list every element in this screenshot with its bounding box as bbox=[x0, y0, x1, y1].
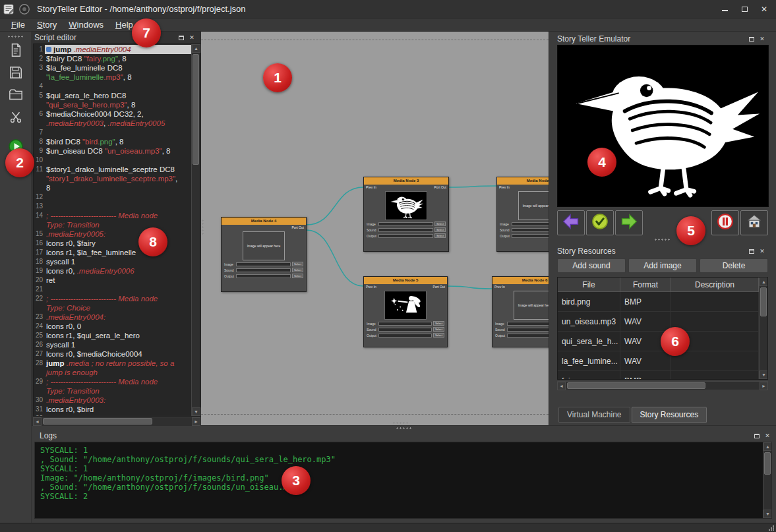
scroll-up-button[interactable]: ▲ bbox=[760, 278, 768, 286]
new-script-button[interactable] bbox=[7, 42, 25, 61]
table-vertical-scrollbar[interactable]: ▲ ▼ bbox=[759, 278, 767, 379]
close-panel-icon[interactable]: ✕ bbox=[188, 34, 196, 42]
node-field[interactable] bbox=[378, 334, 432, 338]
close-panel-icon[interactable]: ✕ bbox=[758, 35, 766, 43]
scroll-left-button[interactable]: ◄ bbox=[557, 382, 566, 390]
scrollbar-thumb[interactable] bbox=[193, 54, 199, 165]
toolbar-drag-handle[interactable] bbox=[7, 35, 24, 38]
node-field[interactable] bbox=[507, 328, 549, 332]
output-pin[interactable]: Port Out bbox=[291, 225, 304, 230]
resize-grip[interactable] bbox=[767, 524, 775, 531]
code-line[interactable]: 2$fairy DC8 "fairy.png", 8 bbox=[34, 54, 191, 63]
logs-vertical-scrollbar[interactable]: ▲ ▼ bbox=[763, 442, 771, 518]
code-line[interactable]: 12 bbox=[34, 192, 191, 202]
code-line[interactable]: 10 bbox=[34, 156, 191, 165]
code-line[interactable]: 8 bbox=[34, 183, 191, 192]
code-line[interactable]: 26syscall 1 bbox=[34, 340, 191, 349]
code-line[interactable]: 15.mediaEntry0005: bbox=[34, 229, 191, 239]
input-pin[interactable]: Prev In bbox=[366, 285, 376, 289]
resource-row[interactable]: un_oiseau.mp3WAV bbox=[558, 312, 759, 332]
code-line[interactable]: 21 bbox=[34, 285, 191, 294]
resource-row[interactable]: bird.pngBMP bbox=[558, 292, 759, 312]
code-line[interactable]: Type: Choice bbox=[34, 303, 191, 312]
script-horizontal-scrollbar[interactable]: ◄ ► bbox=[33, 417, 200, 425]
open-button[interactable] bbox=[7, 87, 25, 105]
node-field[interactable] bbox=[236, 268, 291, 272]
splitter-handle[interactable] bbox=[654, 238, 671, 241]
node-field[interactable] bbox=[507, 334, 549, 338]
code-line[interactable]: 5$qui_sera_le_hero DC8 bbox=[34, 91, 191, 100]
node-select-button[interactable]: Select bbox=[433, 333, 444, 338]
scroll-up-button[interactable]: ▲ bbox=[763, 442, 772, 451]
node-select-button[interactable]: Select bbox=[292, 268, 303, 272]
column-header-file[interactable]: File bbox=[558, 278, 620, 291]
resource-row[interactable]: la_fee_lumine...WAV bbox=[558, 351, 759, 371]
media-node[interactable]: Media Node 2Prev InPort OutImage will ap… bbox=[496, 177, 549, 252]
node-title[interactable]: Media Node 3 bbox=[364, 177, 448, 185]
node-select-button[interactable]: Select bbox=[433, 321, 444, 326]
code-line[interactable]: 31lcons r0, $bird bbox=[34, 405, 191, 414]
code-line[interactable]: 18syscall 1 bbox=[34, 257, 191, 266]
code-line[interactable]: 16lcons r0, $fairy bbox=[34, 239, 191, 248]
code-line[interactable]: 14; -------------------------- Media nod… bbox=[34, 211, 191, 220]
save-button[interactable] bbox=[7, 65, 25, 83]
node-field[interactable] bbox=[512, 222, 549, 226]
node-field[interactable] bbox=[378, 228, 433, 232]
validate-button[interactable] bbox=[586, 210, 614, 235]
code-line[interactable]: 27lcons r0, $mediaChoice0004 bbox=[34, 349, 191, 359]
code-line[interactable]: 11$story1_drako_luminelle_sceptre DC8 bbox=[34, 165, 191, 174]
emulator-titlebar[interactable]: Story Teller Emulator ✕ bbox=[557, 33, 768, 45]
code-line[interactable]: 4 bbox=[34, 82, 191, 91]
scrollbar-thumb[interactable] bbox=[567, 382, 705, 389]
add-sound-button[interactable]: Add sound bbox=[557, 258, 626, 273]
float-panel-icon[interactable] bbox=[177, 34, 185, 42]
code-line[interactable]: 13 bbox=[34, 202, 191, 211]
code-line[interactable]: Type: Transition bbox=[34, 220, 191, 229]
code-line[interactable]: 29; -------------------------- Media nod… bbox=[34, 377, 191, 386]
scrollbar-thumb[interactable] bbox=[43, 418, 152, 425]
pause-button[interactable] bbox=[711, 210, 739, 235]
node-select-button[interactable]: Select bbox=[292, 274, 303, 278]
node-title[interactable]: Media Node 5 bbox=[364, 277, 447, 284]
close-panel-icon[interactable]: ✕ bbox=[758, 247, 766, 255]
delete-button[interactable] bbox=[7, 109, 25, 128]
scroll-right-button[interactable]: ► bbox=[192, 417, 200, 426]
menu-windows[interactable]: Windows bbox=[63, 20, 109, 30]
code-line[interactable]: 8$bird DC8 "bird.png", 8 bbox=[34, 137, 191, 146]
float-panel-icon[interactable] bbox=[748, 247, 756, 255]
node-field[interactable] bbox=[378, 328, 432, 332]
input-pin[interactable]: Prev In bbox=[499, 185, 510, 190]
resource-row[interactable]: qui_sera_le_h...WAV bbox=[558, 332, 759, 351]
float-panel-icon[interactable] bbox=[748, 35, 756, 43]
logs-output[interactable]: SYSCALL: 1, Sound: "/home/anthony/ostpro… bbox=[34, 442, 772, 519]
close-button[interactable]: ✕ bbox=[755, 3, 773, 16]
node-field[interactable] bbox=[378, 222, 433, 226]
scrollbar-thumb[interactable] bbox=[760, 287, 767, 316]
node-field[interactable] bbox=[507, 322, 549, 326]
home-button[interactable] bbox=[740, 210, 768, 235]
node-select-button[interactable]: Select bbox=[434, 227, 446, 232]
scroll-down-button[interactable]: ▼ bbox=[760, 370, 768, 379]
node-field[interactable] bbox=[236, 274, 291, 278]
splitter-handle[interactable] bbox=[396, 427, 413, 430]
resources-table[interactable]: File Format Description bird.pngBMPun_oi… bbox=[557, 277, 768, 380]
minimize-button[interactable] bbox=[715, 3, 734, 16]
media-node[interactable]: Media Node 6Prev InPort OutImage will ap… bbox=[492, 276, 549, 347]
input-pin[interactable]: Prev In bbox=[366, 185, 376, 190]
code-line[interactable]: "qui_sera_le_hero.mp3", 8 bbox=[34, 100, 191, 109]
media-node[interactable]: Media Node 3Prev InPort OutImageSelectSo… bbox=[363, 177, 449, 252]
node-field[interactable] bbox=[236, 262, 291, 266]
node-field[interactable] bbox=[378, 234, 433, 238]
output-pin[interactable]: Port Out bbox=[433, 285, 445, 289]
node-canvas[interactable]: Media Node 4Port OutImage will appear he… bbox=[201, 32, 549, 425]
code-line[interactable]: 3$la_fee_luminelle DC8 bbox=[34, 63, 191, 73]
column-header-description[interactable]: Description bbox=[671, 278, 759, 291]
table-horizontal-scrollbar[interactable]: ◄ ► bbox=[557, 381, 768, 390]
tab-story-resources[interactable]: Story Resources bbox=[632, 407, 707, 423]
code-line[interactable]: 22; -------------------------- Media nod… bbox=[34, 294, 191, 303]
node-select-button[interactable]: Select bbox=[292, 262, 303, 266]
input-pin[interactable]: Prev In bbox=[494, 285, 505, 289]
float-panel-icon[interactable] bbox=[753, 432, 761, 440]
node-field[interactable] bbox=[512, 234, 549, 238]
node-field[interactable] bbox=[512, 228, 549, 232]
